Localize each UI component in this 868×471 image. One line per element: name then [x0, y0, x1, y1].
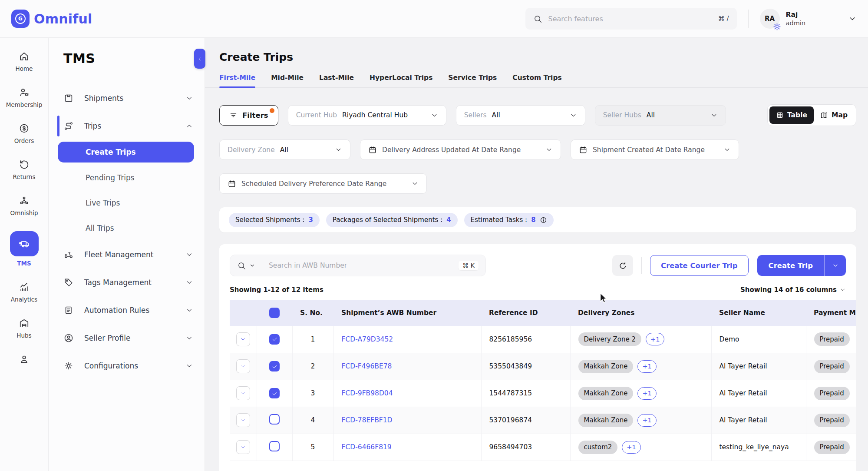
- box-icon: [63, 93, 74, 103]
- global-search-input[interactable]: Search features ⌘ /: [525, 8, 737, 30]
- sellers-value: All: [492, 111, 500, 119]
- sidebar-item-pending-trips[interactable]: Pending Trips: [49, 165, 205, 190]
- user-menu-chevron-down-icon[interactable]: [848, 14, 857, 23]
- cell-awb: FCD-78EFBF1D: [333, 407, 481, 434]
- sidebar-item-trips[interactable]: Trips: [49, 112, 205, 140]
- more-zones-pill[interactable]: +1: [637, 414, 656, 427]
- rail-item-returns[interactable]: Returns: [13, 159, 36, 180]
- top-bar: G Omniful Search features ⌘ / RA Raj adm…: [0, 0, 868, 38]
- map-view-button[interactable]: Map: [814, 106, 854, 124]
- create-trip-dropdown-button[interactable]: [824, 255, 846, 276]
- tab-mid-mile[interactable]: Mid-Mile: [271, 74, 304, 87]
- table-row: 5FCD-6466F8199658494703custom2+1testing_…: [230, 434, 856, 461]
- current-hub-select[interactable]: Current Hub Riyadh Central Hub: [288, 105, 446, 126]
- rail-item-omniship[interactable]: Omniship: [10, 195, 38, 216]
- row-expand-button[interactable]: [236, 413, 250, 427]
- awb-search-placeholder: Search in AWB Number: [269, 262, 459, 269]
- awb-number-link[interactable]: FCD-F496BE78: [342, 362, 392, 370]
- tab-custom-trips[interactable]: Custom Trips: [512, 74, 561, 87]
- tab-first-mile[interactable]: First-Mile: [219, 74, 255, 87]
- filters-button[interactable]: Filters: [219, 105, 278, 126]
- omniful-logo[interactable]: G Omniful: [11, 10, 92, 28]
- delivery-zone-select[interactable]: Delivery Zone All: [219, 139, 350, 160]
- refresh-icon: [618, 261, 627, 270]
- sidebar-item-label: Fleet Management: [84, 250, 153, 259]
- tab-last-mile[interactable]: Last-Mile: [319, 74, 354, 87]
- sidebar-item-configurations[interactable]: Configurations: [49, 352, 205, 380]
- sidebar-item-seller-profile[interactable]: Seller Profile: [49, 324, 205, 352]
- awb-number-link[interactable]: FCD-9FB98D04: [342, 389, 393, 397]
- search-scope-chevron-down-icon[interactable]: [249, 262, 255, 269]
- more-zones-pill[interactable]: +1: [637, 387, 656, 400]
- create-courier-trip-button[interactable]: Create Courier Trip: [650, 255, 749, 276]
- cell-sno: 2: [292, 353, 333, 380]
- row-checkbox[interactable]: [269, 414, 280, 425]
- sidebar-item-all-trips[interactable]: All Trips: [49, 216, 205, 241]
- rail-active-tile: [10, 231, 39, 256]
- row-checkbox[interactable]: [269, 334, 280, 345]
- chevron-down-icon: [335, 146, 342, 153]
- more-zones-pill[interactable]: +1: [622, 441, 640, 454]
- rail-item-orders[interactable]: Orders: [14, 123, 34, 144]
- user-avatar[interactable]: RA: [760, 9, 780, 29]
- row-checkbox[interactable]: [269, 361, 280, 371]
- row-expand-button[interactable]: [236, 440, 250, 454]
- delivery-zone-pill: Makkah Zone: [578, 387, 634, 400]
- calendar-icon: [368, 146, 377, 154]
- sidebar-item-live-trips[interactable]: Live Trips: [49, 190, 205, 216]
- stat-label: Selected Shipments :: [235, 216, 304, 224]
- cell-reference-id: 9658494703: [481, 434, 570, 461]
- filter-row-3: Scheduled Delivery Preference Date Range: [219, 173, 856, 194]
- sidebar-item-label: Live Trips: [86, 199, 120, 207]
- sidebar-item-shipments[interactable]: Shipments: [49, 84, 205, 112]
- hubs-icon: [19, 318, 30, 328]
- rail-item-profile[interactable]: [19, 354, 30, 365]
- seller-hubs-select[interactable]: Seller Hubs All: [595, 105, 726, 126]
- sidebar-item-label: Tags Management: [84, 278, 152, 287]
- row-expand-button[interactable]: [236, 332, 250, 346]
- more-zones-pill[interactable]: +1: [646, 333, 664, 345]
- tab-service-trips[interactable]: Service Trips: [448, 74, 497, 87]
- minus-icon: [271, 310, 278, 316]
- rail-item-membership[interactable]: Membership: [6, 87, 42, 108]
- select-all-checkbox[interactable]: [269, 308, 280, 318]
- cell-reference-id: 5370196874: [481, 407, 570, 434]
- date-filter-label: Delivery Address Updated At Date Range: [382, 146, 521, 154]
- tab-hyperlocal-trips[interactable]: HyperLocal Trips: [370, 74, 432, 87]
- table-toolbar: Search in AWB Number ⌘ K Create Courier …: [230, 255, 846, 276]
- row-checkbox[interactable]: [269, 441, 280, 451]
- chevron-down-icon: [185, 279, 193, 286]
- awb-search-input[interactable]: Search in AWB Number ⌘ K: [230, 255, 486, 276]
- awb-number-link[interactable]: FCD-A79D3452: [342, 335, 393, 343]
- cell-seller-name: Al Tayer Retail: [711, 353, 806, 380]
- rail-item-hubs[interactable]: Hubs: [17, 318, 31, 339]
- refresh-button[interactable]: [612, 255, 633, 276]
- sidebar-item-create-trips[interactable]: Create Trips: [58, 142, 194, 163]
- awb-number-link[interactable]: FCD-78EFBF1D: [342, 416, 393, 424]
- more-zones-pill[interactable]: +1: [637, 360, 656, 373]
- row-checkbox[interactable]: [269, 388, 280, 398]
- rail-item-home[interactable]: Home: [16, 51, 33, 72]
- sellers-select[interactable]: Sellers All: [456, 105, 585, 126]
- rail-item-tms[interactable]: TMS: [10, 231, 39, 267]
- sidebar-collapse-button[interactable]: [194, 49, 205, 69]
- row-expand-button[interactable]: [236, 359, 250, 373]
- row-expand-button[interactable]: [236, 386, 250, 400]
- delivery-zone-label: Delivery Zone: [228, 146, 275, 154]
- chevron-down-icon: [185, 94, 193, 102]
- create-trip-button[interactable]: Create Trip: [757, 255, 824, 276]
- table-grid-icon: [776, 111, 784, 119]
- table-view-button[interactable]: Table: [769, 106, 814, 124]
- delivery-address-updated-date-range-select[interactable]: Delivery Address Updated At Date Range: [360, 139, 561, 160]
- chevron-down-icon: [240, 417, 246, 424]
- sidebar-item-tags-management[interactable]: Tags Management: [49, 269, 205, 296]
- shipment-created-date-range-select[interactable]: Shipment Created At Date Range: [571, 139, 739, 160]
- rail-item-analytics[interactable]: Analytics: [11, 282, 37, 303]
- sidebar-item-automation-rules[interactable]: Automation Rules: [49, 296, 205, 324]
- columns-summary-toggle[interactable]: Showing 14 of 16 columns: [740, 286, 846, 294]
- awb-number-link[interactable]: FCD-6466F819: [342, 443, 392, 451]
- columns-summary-label: Showing 14 of 16 columns: [740, 286, 837, 294]
- scheduled-delivery-preference-date-range-select[interactable]: Scheduled Delivery Preference Date Range: [219, 173, 427, 194]
- chevron-down-icon: [411, 180, 419, 187]
- sidebar-item-fleet-management[interactable]: Fleet Management: [49, 241, 205, 269]
